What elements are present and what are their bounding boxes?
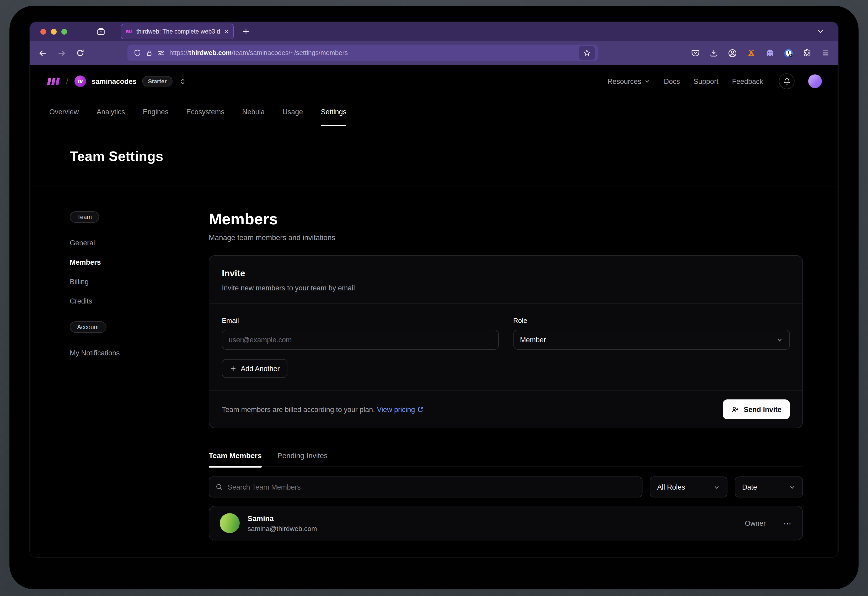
sidebar-item-general[interactable]: General bbox=[70, 234, 174, 252]
extensions-puzzle-icon[interactable] bbox=[803, 49, 811, 57]
invite-card-footer: Team members are billed according to you… bbox=[209, 391, 803, 428]
minimize-window-button[interactable] bbox=[51, 29, 57, 34]
feedback-link[interactable]: Feedback bbox=[732, 77, 763, 85]
account-icon[interactable] bbox=[728, 49, 737, 58]
back-icon[interactable] bbox=[38, 49, 47, 58]
chevron-down-icon bbox=[644, 78, 650, 84]
member-name: Samina bbox=[248, 514, 317, 522]
browser-window: thirdweb: The complete web3 d bbox=[30, 22, 838, 557]
sidebar-account-items: My Notifications bbox=[70, 344, 174, 364]
email-label: Email bbox=[222, 317, 498, 325]
breadcrumb-separator: / bbox=[66, 76, 68, 87]
zoom-window-button[interactable] bbox=[61, 29, 67, 34]
sidebar-item-notifications[interactable]: My Notifications bbox=[70, 344, 174, 362]
invite-title: Invite bbox=[222, 268, 790, 279]
search-team-members-box[interactable] bbox=[209, 477, 642, 497]
tab-usage[interactable]: Usage bbox=[282, 97, 303, 126]
plus-icon bbox=[230, 365, 237, 372]
external-link-icon bbox=[417, 406, 424, 413]
chevron-down-icon bbox=[789, 484, 796, 490]
sidebar-item-members[interactable]: Members bbox=[70, 254, 174, 271]
new-tab-button[interactable] bbox=[242, 28, 250, 35]
tab-pending-invites[interactable]: Pending Invites bbox=[278, 451, 328, 466]
user-avatar[interactable] bbox=[808, 74, 822, 88]
plan-badge: Starter bbox=[142, 76, 173, 87]
tab-engines[interactable]: Engines bbox=[143, 97, 169, 126]
view-pricing-link[interactable]: View pricing bbox=[377, 406, 424, 413]
team-switcher-icon[interactable] bbox=[179, 78, 186, 85]
thirdweb-dashboard: / saminacodes Starter Resources Doc bbox=[30, 65, 838, 557]
permissions-icon[interactable] bbox=[157, 49, 165, 57]
onepassword-icon[interactable] bbox=[784, 49, 793, 58]
resources-menu[interactable]: Resources bbox=[607, 77, 650, 85]
reload-icon[interactable] bbox=[76, 49, 84, 57]
members-heading: Members bbox=[209, 211, 803, 227]
sidebar-account-badge: Account bbox=[70, 321, 106, 333]
close-window-button[interactable] bbox=[40, 29, 46, 34]
invite-card-header: Invite Invite new members to your team b… bbox=[209, 256, 803, 304]
role-filter-select[interactable]: All Roles bbox=[650, 477, 728, 497]
settings-sidebar: Team General Members Billing Credits Acc… bbox=[70, 211, 174, 557]
billing-note: Team members are billed according to you… bbox=[222, 406, 424, 413]
forward-icon[interactable] bbox=[57, 49, 66, 58]
tab-analytics[interactable]: Analytics bbox=[97, 97, 125, 126]
search-icon bbox=[216, 483, 223, 491]
tab-favicon-thirdweb-icon bbox=[125, 29, 133, 34]
settings-content: Team General Members Billing Credits Acc… bbox=[30, 187, 838, 557]
email-input[interactable] bbox=[222, 330, 498, 350]
tab-settings[interactable]: Settings bbox=[321, 97, 346, 126]
page-title: Team Settings bbox=[70, 148, 163, 165]
browser-tab[interactable]: thirdweb: The complete web3 d bbox=[121, 24, 234, 39]
browser-titlebar: thirdweb: The complete web3 d bbox=[30, 22, 838, 41]
members-filter-row: All Roles Date bbox=[209, 477, 803, 497]
tab-close-icon[interactable] bbox=[224, 29, 229, 34]
tab-overview[interactable]: Overview bbox=[49, 97, 79, 126]
send-invite-button[interactable]: Send Invite bbox=[723, 400, 790, 419]
docs-link[interactable]: Docs bbox=[664, 77, 680, 85]
url-bar[interactable]: https://thirdweb.com/team/saminacodes/~/… bbox=[127, 44, 598, 61]
pocket-icon[interactable] bbox=[691, 49, 699, 57]
user-plus-icon bbox=[731, 406, 739, 413]
member-actions-menu-icon[interactable]: ⋯ bbox=[784, 519, 792, 527]
screenshot-stage: thirdweb: The complete web3 d bbox=[0, 0, 868, 596]
date-sort-select[interactable]: Date bbox=[735, 477, 803, 497]
role-select[interactable]: Member bbox=[513, 330, 790, 350]
bookmark-star-icon[interactable] bbox=[579, 46, 595, 60]
add-another-button[interactable]: Add Another bbox=[222, 359, 288, 378]
search-team-members-input[interactable] bbox=[228, 483, 636, 491]
sidebar-team-badge: Team bbox=[70, 211, 99, 223]
url-text: https://thirdweb.com/team/saminacodes/~/… bbox=[169, 49, 348, 57]
downloads-icon[interactable] bbox=[710, 49, 718, 57]
menu-hamburger-icon[interactable] bbox=[821, 49, 830, 57]
tab-ecosystems[interactable]: Ecosystems bbox=[186, 97, 225, 126]
tab-nebula[interactable]: Nebula bbox=[242, 97, 265, 126]
support-link[interactable]: Support bbox=[694, 77, 719, 85]
notifications-bell-icon[interactable] bbox=[779, 74, 794, 89]
team-name[interactable]: saminacodes bbox=[92, 77, 136, 85]
firefox-view-icon[interactable] bbox=[96, 27, 105, 36]
metamask-icon[interactable] bbox=[747, 49, 756, 58]
dashboard-tabs: Overview Analytics Engines Ecosystems Ne… bbox=[30, 97, 838, 126]
team-avatar[interactable] bbox=[74, 75, 86, 87]
browser-toolbar: https://thirdweb.com/team/saminacodes/~/… bbox=[30, 41, 838, 65]
thirdweb-logo[interactable] bbox=[46, 77, 60, 86]
sidebar-item-credits[interactable]: Credits bbox=[70, 292, 174, 310]
member-role: Owner bbox=[745, 519, 766, 527]
email-field-group: Email bbox=[222, 317, 498, 350]
sidebar-item-billing[interactable]: Billing bbox=[70, 273, 174, 291]
tab-team-members[interactable]: Team Members bbox=[209, 451, 262, 466]
toolbar-extensions bbox=[691, 49, 830, 58]
invite-description: Invite new members to your team by email bbox=[222, 284, 790, 292]
tab-title: thirdweb: The complete web3 d bbox=[136, 28, 220, 35]
navbar-links: Resources Docs Support Feedback bbox=[607, 74, 822, 89]
invite-card: Invite Invite new members to your team b… bbox=[209, 255, 803, 428]
tracking-shield-icon[interactable] bbox=[134, 49, 141, 57]
lock-icon[interactable] bbox=[146, 50, 152, 56]
chevron-down-icon bbox=[713, 484, 720, 490]
role-select-value: Member bbox=[520, 336, 546, 344]
members-panel: Members Manage team members and invitati… bbox=[209, 211, 803, 557]
role-label: Role bbox=[513, 317, 790, 325]
members-list-tabs: Team Members Pending Invites bbox=[209, 451, 803, 467]
phantom-icon[interactable] bbox=[766, 49, 774, 57]
list-all-tabs-icon[interactable] bbox=[816, 27, 824, 35]
